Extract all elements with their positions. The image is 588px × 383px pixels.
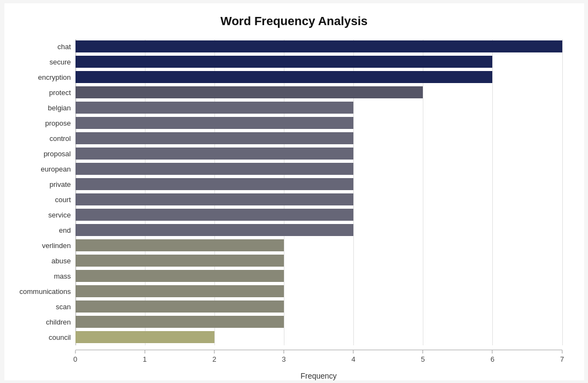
bar-label: service (11, 211, 71, 219)
bar-row: scan (75, 299, 562, 314)
x-tick-label: 2 (212, 355, 216, 363)
bar-label: encryption (11, 73, 71, 81)
bar-label: secure (11, 58, 71, 66)
bar-row: european (75, 162, 562, 176)
bar (75, 255, 284, 267)
x-axis-title: Frequency (75, 372, 562, 380)
bar-label: abuse (11, 257, 71, 265)
chart-area: chatsecureencryptionprotectbelgianpropos… (75, 39, 562, 373)
x-tick: 5 (421, 350, 425, 363)
bar-row: belgian (75, 101, 562, 115)
bar-row: end (75, 223, 562, 238)
bar (75, 224, 354, 236)
chart-title: Word Frequency Analysis (26, 14, 562, 28)
x-tick-label: 6 (491, 355, 494, 363)
bar-label: mass (11, 272, 71, 280)
bar-row: court (75, 192, 562, 207)
x-tick: 2 (212, 350, 216, 363)
x-tick-label: 1 (143, 355, 147, 363)
x-tick-label: 5 (421, 355, 425, 363)
bar (75, 86, 423, 98)
x-tick: 4 (351, 350, 355, 363)
bar-row: control (75, 131, 562, 146)
x-axis: 01234567 (75, 350, 562, 366)
bar-row: council (75, 330, 562, 345)
bar (75, 316, 284, 328)
x-tick-label: 3 (282, 355, 286, 363)
bar (75, 270, 284, 282)
x-tick: 3 (282, 350, 286, 363)
bar (75, 40, 562, 52)
bar-row: private (75, 177, 562, 192)
bar-row: mass (75, 269, 562, 284)
bar (75, 193, 354, 205)
bar-row: abuse (75, 254, 562, 268)
bar-label: private (11, 180, 71, 188)
x-tick: 0 (73, 350, 77, 363)
bar (75, 285, 284, 297)
grid-line (562, 39, 563, 345)
bar-label: protect (11, 89, 71, 97)
bar-row: service (75, 208, 562, 222)
bar (75, 239, 284, 251)
bar (75, 178, 354, 190)
bar (75, 300, 284, 313)
bar-row: propose (75, 116, 562, 131)
bar-label: court (11, 196, 71, 204)
bar (75, 148, 354, 160)
bar-label: proposal (11, 150, 71, 158)
bar-row: chat (75, 39, 562, 54)
x-tick: 6 (491, 350, 494, 363)
bar (75, 331, 214, 343)
bar-row: children (75, 315, 562, 329)
bar (75, 132, 354, 144)
bar-label: council (11, 333, 71, 341)
bar-label: verlinden (11, 241, 71, 250)
bar-label: european (11, 165, 71, 173)
bar-row: protect (75, 85, 562, 100)
bar (75, 56, 493, 68)
x-tick: 1 (143, 350, 147, 363)
x-tick: 7 (560, 350, 564, 363)
bar-row: secure (75, 55, 562, 69)
bar-label: children (11, 318, 71, 326)
bar-label: scan (11, 303, 71, 311)
bar (75, 71, 493, 83)
bar (75, 102, 354, 114)
bar-row: communications (75, 284, 562, 299)
bar-label: control (11, 134, 71, 143)
bar-label: belgian (11, 104, 71, 112)
bar-label: propose (11, 119, 71, 127)
bar-label: chat (11, 43, 71, 51)
x-tick-label: 0 (73, 355, 77, 363)
bar-row: proposal (75, 146, 562, 161)
bar-row: verlinden (75, 238, 562, 253)
x-tick-label: 4 (351, 355, 355, 363)
bar (75, 163, 354, 175)
bar-row: encryption (75, 70, 562, 85)
bar-label: end (11, 226, 71, 234)
bar (75, 117, 354, 129)
x-tick-label: 7 (560, 355, 564, 363)
bar-label: communications (11, 287, 71, 296)
chart-container: Word Frequency Analysis chatsecureencryp… (4, 3, 584, 380)
bar (75, 209, 354, 221)
